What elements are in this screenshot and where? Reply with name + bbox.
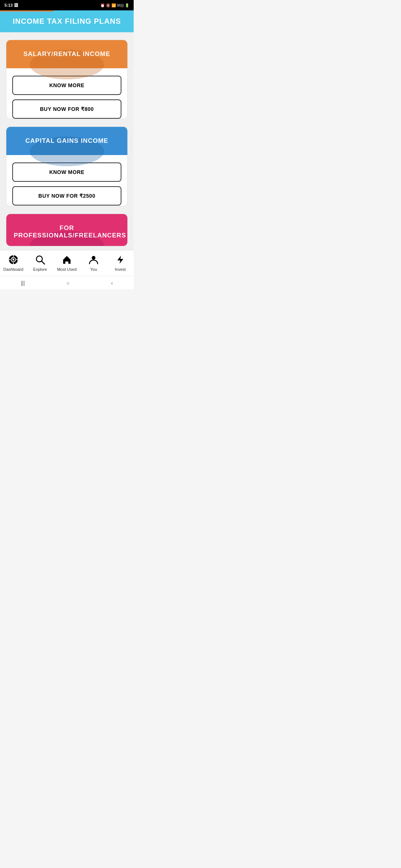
explore-icon — [35, 255, 45, 266]
camera-icon: 🖼 — [14, 3, 18, 7]
capital-card-title: CAPITAL GAINS INCOME — [14, 137, 120, 145]
invest-label: Invest — [115, 267, 125, 272]
svg-point-6 — [13, 259, 14, 261]
bottom-navigation: Dashboard Explore Most Used You — [0, 250, 134, 276]
android-navigation-bar: ||| ○ ‹ — [0, 276, 134, 289]
capital-buy-now-button[interactable]: BUY NOW FOR ₹2500 — [12, 186, 121, 206]
signal-icon: Vo)) — [117, 3, 124, 7]
explore-label: Explore — [33, 267, 47, 272]
alarm-icon: ⏰ — [100, 3, 105, 7]
nav-item-explore[interactable]: Explore — [27, 255, 53, 272]
capital-card-header: CAPITAL GAINS INCOME — [6, 127, 127, 155]
salary-card-header: SALARY/RENTAL INCOME — [6, 40, 127, 68]
salary-card-title: SALARY/RENTAL INCOME — [14, 50, 120, 58]
freelancer-card-title: FOR PROFESSIONALS/FREELANCERS — [14, 224, 120, 239]
status-bar: 5:13 🖼 ⏰ 🔇 📶 Vo)) 🔋 — [0, 0, 134, 10]
android-home-button[interactable]: ○ — [66, 280, 69, 286]
android-back-button[interactable]: ‹ — [111, 280, 113, 286]
salary-buy-now-button[interactable]: BUY NOW FOR ₹800 — [12, 99, 121, 119]
dashboard-label: Dashboard — [3, 267, 23, 272]
salary-rental-card: SALARY/RENTAL INCOME KNOW MORE BUY NOW F… — [6, 40, 128, 119]
nav-item-dashboard[interactable]: Dashboard — [0, 255, 27, 272]
page-title: INCOME TAX FILING PLANS — [6, 17, 128, 26]
invest-lightning-icon — [115, 255, 125, 266]
you-label: You — [90, 267, 97, 272]
status-time: 5:13 🖼 — [4, 3, 18, 7]
most-used-label: Most Used — [57, 267, 77, 272]
svg-point-10 — [92, 256, 95, 260]
nav-item-most-used[interactable]: Most Used — [53, 255, 80, 272]
nav-item-you[interactable]: You — [80, 255, 107, 272]
freelancer-card-header: FOR PROFESSIONALS/FREELANCERS — [6, 214, 127, 246]
home-icon — [62, 255, 72, 266]
mute-icon: 🔇 — [106, 3, 110, 7]
status-icons: ⏰ 🔇 📶 Vo)) 🔋 — [100, 3, 129, 7]
battery-icon: 🔋 — [125, 3, 129, 7]
dashboard-icon — [9, 255, 18, 266]
content-area: SALARY/RENTAL INCOME KNOW MORE BUY NOW F… — [0, 32, 134, 250]
wifi-icon: 📶 — [111, 3, 116, 7]
svg-line-9 — [42, 261, 45, 264]
loading-progress-bar — [0, 10, 53, 11]
nav-item-invest[interactable]: Invest — [107, 255, 134, 272]
person-icon — [89, 255, 98, 266]
time-display: 5:13 — [4, 3, 13, 7]
android-menu-button[interactable]: ||| — [21, 280, 25, 286]
capital-gains-card: CAPITAL GAINS INCOME KNOW MORE BUY NOW F… — [6, 126, 128, 206]
page-header: INCOME TAX FILING PLANS — [0, 10, 134, 32]
freelancer-card: FOR PROFESSIONALS/FREELANCERS — [6, 214, 128, 246]
